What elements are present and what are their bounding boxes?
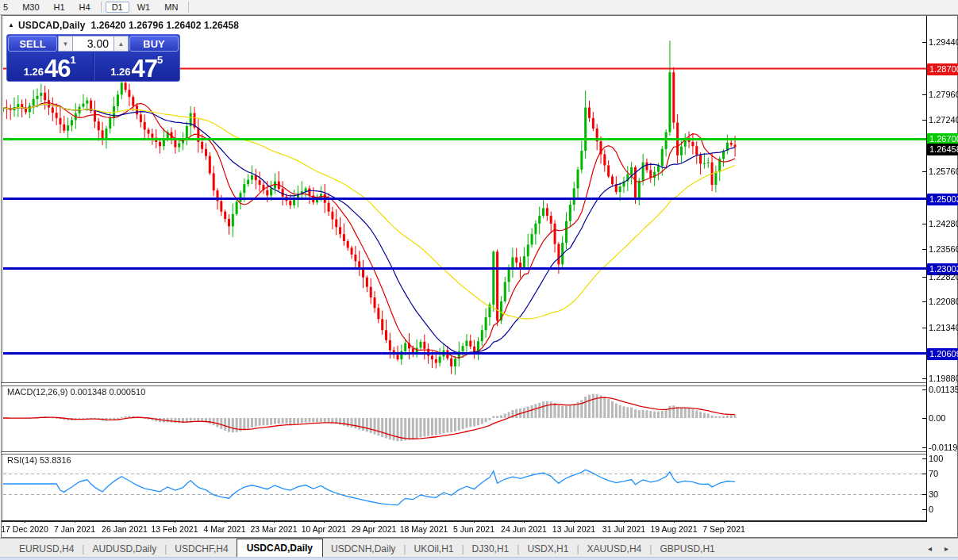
- price-tick-1.27960: 1.27960: [929, 90, 958, 100]
- tab-scroll-right-icon[interactable]: ▸: [945, 544, 948, 553]
- date-tick: 7 Sep 2021: [702, 524, 745, 534]
- price-tick-1.24280: 1.24280: [929, 219, 958, 229]
- timeframe-W1[interactable]: W1: [131, 2, 157, 13]
- price-tick-1.29440: 1.29440: [929, 37, 958, 48]
- timeframe-D1[interactable]: D1: [106, 2, 129, 13]
- price-tick-1.27240: 1.27240: [929, 115, 958, 125]
- tab-UKOil-H1[interactable]: UKOil,H1: [406, 541, 461, 558]
- sell-price-display[interactable]: 1.26 46 1: [7, 52, 94, 82]
- tab-XAUUSD-H4[interactable]: XAUUSD,H4: [579, 541, 650, 558]
- timeframe-H4[interactable]: H4: [73, 2, 97, 13]
- date-tick: 26 Jan 2021: [102, 524, 148, 534]
- tab-DJ30-H1[interactable]: DJ30,H1: [464, 541, 517, 558]
- buy-price-sup: 5: [157, 55, 163, 65]
- macd-pane-splitter[interactable]: [2, 382, 956, 386]
- lot-size-input[interactable]: 3.00: [73, 36, 113, 52]
- collapse-panel-icon[interactable]: ▲: [8, 21, 14, 29]
- chart-tab-bar: EURUSD,H4|AUDUSD,Daily|USDCHF,H4USDCAD,D…: [0, 538, 958, 558]
- buy-price-small: 1.26: [110, 64, 130, 80]
- date-tick: 13 Feb 2021: [152, 524, 198, 534]
- status-bar-edge: [0, 557, 958, 560]
- tab-scroll-left-icon[interactable]: ◂: [928, 544, 932, 553]
- date-tick: 24 Jun 2021: [501, 524, 547, 534]
- macd-tick-0.00: 0.00: [929, 413, 945, 424]
- price-tick-1.22080: 1.22080: [929, 297, 958, 307]
- date-tick: 10 Apr 2021: [302, 524, 347, 534]
- sell-price-big: 46: [44, 57, 70, 80]
- tab-EURUSD-H4[interactable]: EURUSD,H4: [11, 541, 82, 558]
- date-tick: 19 Aug 2021: [651, 524, 698, 534]
- price-tick-1.21340: 1.21340: [929, 323, 958, 333]
- date-tick: 5 Jun 2021: [453, 524, 494, 534]
- price-chart-canvas[interactable]: [3, 16, 927, 527]
- price-axis: 1.294401.287001.279601.272401.267001.264…: [927, 16, 956, 535]
- tab-USDCNH-Daily[interactable]: USDCNH,Daily: [323, 541, 403, 558]
- chart-title: ▲USDCAD,Daily 1.26420 1.26796 1.26402 1.…: [8, 20, 239, 31]
- buy-button[interactable]: BUY: [129, 36, 179, 52]
- sell-price-small: 1.26: [24, 64, 44, 80]
- price-tick-1.26458: 1.26458: [927, 144, 958, 155]
- buy-price-display[interactable]: 1.26 47 5: [94, 52, 180, 82]
- lot-decrease-button[interactable]: ▼: [58, 36, 73, 52]
- date-tick: 29 Apr 2021: [352, 524, 397, 534]
- tab-USDCAD-Daily[interactable]: USDCAD,Daily: [237, 539, 323, 558]
- timeframe-MN[interactable]: MN: [158, 2, 184, 13]
- date-axis[interactable]: 17 Dec 20207 Jan 202126 Jan 202113 Feb 2…: [2, 523, 926, 536]
- price-tick-1.28700: 1.28700: [927, 63, 958, 75]
- chart-title-symbol: USDCAD,Daily: [18, 20, 86, 31]
- rsi-indicator-label: RSI(14) 53.8316: [7, 455, 71, 465]
- macd-indicator-label: MACD(12,26,9) 0.001348 0.000510: [7, 387, 145, 397]
- tab-AUDUSD-Daily[interactable]: AUDUSD,Daily: [84, 541, 164, 558]
- timeframe-toolbar: 5M30H1H4D1W1MN: [0, 0, 958, 15]
- date-tick: 4 Mar 2021: [203, 524, 245, 534]
- chart-window: ▲USDCAD,Daily 1.26420 1.26796 1.26402 1.…: [0, 15, 958, 537]
- sell-button[interactable]: SELL: [8, 36, 57, 52]
- one-click-trade-panel: SELL ▼ 3.00 ▲ BUY 1.26 46 1 1.26 47 5: [6, 34, 180, 82]
- sell-price-sup: 1: [71, 55, 76, 65]
- rsi-tick-100: 100: [929, 454, 943, 464]
- tab-GBPUSD-H1[interactable]: GBPUSD,H1: [652, 541, 722, 558]
- date-tick: 17 Dec 2020: [1, 524, 48, 534]
- price-tick-1.19880: 1.19880: [929, 374, 958, 384]
- timeframe-M30[interactable]: M30: [16, 2, 45, 13]
- date-tick: 18 May 2021: [400, 524, 448, 534]
- lot-increase-button[interactable]: ▲: [113, 36, 129, 52]
- tab-USDX-H1[interactable]: USDX,H1: [519, 541, 576, 558]
- rsi-pane-splitter[interactable]: [2, 451, 956, 455]
- timeframe-H1[interactable]: H1: [48, 2, 71, 13]
- macd-tick-0.01135: 0.01135: [929, 385, 958, 395]
- chart-title-ohlc: 1.26420 1.26796 1.26402 1.26458: [90, 20, 239, 31]
- date-tick: 7 Jan 2021: [54, 524, 95, 534]
- buy-price-big: 47: [132, 57, 157, 80]
- tab-USDCHF-H4[interactable]: USDCHF,H4: [167, 541, 236, 558]
- date-tick: 23 Mar 2021: [251, 524, 298, 534]
- price-tick-1.20609: 1.20609: [927, 348, 958, 360]
- chart-bottom-border: [2, 520, 927, 522]
- date-tick: 13 Jul 2021: [552, 524, 595, 534]
- price-tick-1.23560: 1.23560: [929, 244, 958, 255]
- rsi-tick-30: 30: [929, 489, 938, 500]
- rsi-tick-70: 70: [929, 469, 938, 479]
- toolbar-separator: [188, 2, 189, 13]
- date-tick: 31 Jul 2021: [602, 524, 645, 534]
- timeframe-5[interactable]: 5: [0, 2, 14, 13]
- mt4-terminal: 5M30H1H4D1W1MN ▲USDCAD,Daily 1.26420 1.2…: [0, 0, 958, 560]
- macd-tick--0.01190: -0.01190: [929, 443, 958, 453]
- price-tick-1.25003: 1.25003: [927, 194, 958, 205]
- price-tick-1.22820: 1.22820: [929, 272, 958, 282]
- rsi-tick-0: 0: [929, 504, 933, 515]
- price-tick-1.25760: 1.25760: [929, 167, 958, 177]
- toolbar-separator: [101, 2, 102, 13]
